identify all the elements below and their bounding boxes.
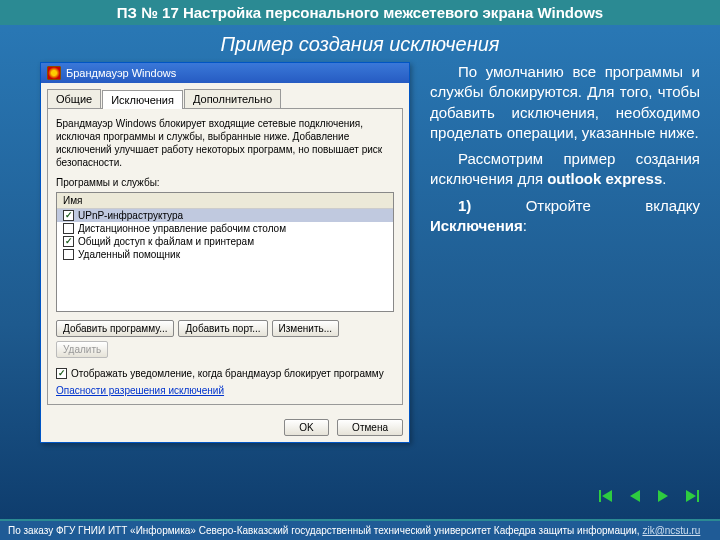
col-header-name[interactable]: Имя — [57, 193, 393, 209]
checkbox-icon[interactable] — [63, 223, 74, 234]
paragraph-3: 1) Откройте вкладку Исключения: — [430, 196, 700, 237]
svg-rect-5 — [697, 490, 699, 502]
list-item[interactable]: UPnP-инфраструктура — [57, 209, 393, 222]
add-port-button[interactable]: Добавить порт... — [178, 320, 267, 337]
edit-button[interactable]: Изменить... — [272, 320, 339, 337]
list-item-label: Дистанционное управление рабочим столом — [78, 223, 286, 234]
nav-icons — [596, 486, 702, 506]
programs-list[interactable]: Имя UPnP-инфраструктура Дистанционное уп… — [56, 192, 394, 312]
list-item[interactable]: Общий доступ к файлам и принтерам — [57, 235, 393, 248]
tab-body: Брандмауэр Windows блокирует входящие се… — [47, 108, 403, 405]
svg-rect-1 — [599, 490, 601, 502]
risk-link[interactable]: Опасности разрешения исключений — [56, 385, 224, 396]
nav-prev-icon[interactable] — [624, 486, 646, 506]
delete-button[interactable]: Удалить — [56, 341, 108, 358]
checkbox-icon[interactable] — [63, 210, 74, 221]
paragraph-1: По умолчанию все программы и службы блок… — [430, 62, 700, 143]
footer-email-link[interactable]: zik@ncstu.ru — [642, 525, 700, 536]
svg-marker-0 — [602, 490, 612, 502]
paragraph-2: Рассмотрим пример создания исключения дл… — [430, 149, 700, 190]
tab-general[interactable]: Общие — [47, 89, 101, 108]
notify-label: Отображать уведомление, когда брандмауэр… — [71, 368, 384, 379]
tab-description: Брандмауэр Windows блокирует входящие се… — [56, 117, 394, 169]
list-item[interactable]: Дистанционное управление рабочим столом — [57, 222, 393, 235]
list-item-label: Удаленный помощник — [78, 249, 180, 260]
tabs-container: Общие Исключения Дополнительно — [41, 83, 409, 108]
page-header: ПЗ № 17 Настройка персонального межсетев… — [0, 0, 720, 25]
svg-marker-4 — [686, 490, 696, 502]
firewall-icon — [47, 66, 61, 80]
window-title: Брандмауэр Windows — [66, 67, 176, 79]
instruction-text: По умолчанию все программы и службы блок… — [430, 62, 700, 443]
firewall-window: Брандмауэр Windows Общие Исключения Допо… — [40, 62, 410, 443]
checkbox-icon[interactable] — [63, 249, 74, 260]
list-item-label: UPnP-инфраструктура — [78, 210, 183, 221]
ok-button[interactable]: OK — [284, 419, 328, 436]
footer: По заказу ФГУ ГНИИ ИТТ «Информика» Север… — [0, 519, 720, 540]
notify-checkbox[interactable] — [56, 368, 67, 379]
nav-first-icon[interactable] — [596, 486, 618, 506]
list-label: Программы и службы: — [56, 177, 394, 188]
footer-text: По заказу ФГУ ГНИИ ИТТ «Информика» Север… — [8, 525, 642, 536]
list-item[interactable]: Удаленный помощник — [57, 248, 393, 261]
tab-exceptions[interactable]: Исключения — [102, 90, 183, 109]
svg-marker-2 — [630, 490, 640, 502]
window-titlebar[interactable]: Брандмауэр Windows — [41, 63, 409, 83]
add-program-button[interactable]: Добавить программу... — [56, 320, 174, 337]
checkbox-icon[interactable] — [63, 236, 74, 247]
page-subtitle: Пример создания исключения — [0, 33, 720, 56]
nav-last-icon[interactable] — [680, 486, 702, 506]
list-item-label: Общий доступ к файлам и принтерам — [78, 236, 254, 247]
cancel-button[interactable]: Отмена — [337, 419, 403, 436]
svg-marker-3 — [658, 490, 668, 502]
tab-advanced[interactable]: Дополнительно — [184, 89, 281, 108]
nav-next-icon[interactable] — [652, 486, 674, 506]
